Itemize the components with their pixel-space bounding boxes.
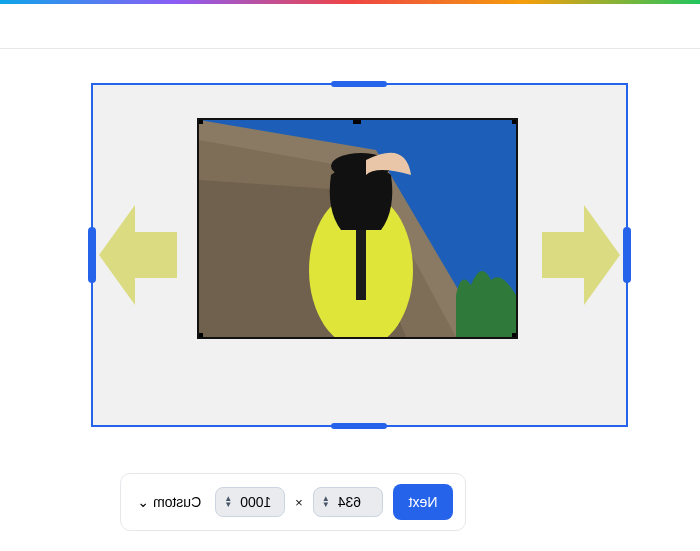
- canvas-handle-bottom[interactable]: [332, 423, 388, 429]
- canvas-handle-top[interactable]: [332, 81, 388, 87]
- height-input[interactable]: [238, 493, 276, 511]
- crop-canvas[interactable]: [91, 83, 628, 427]
- size-preset-dropdown[interactable]: Custom ⌄: [133, 488, 205, 516]
- top-accent-bar: [0, 0, 700, 4]
- app-root: Next ▲ ▼ × ▲ ▼ Custom ⌄: [0, 0, 700, 551]
- chevron-down-icon[interactable]: ▼: [224, 502, 232, 508]
- expand-arrow-left: [540, 205, 620, 305]
- expand-arrow-right: [99, 205, 179, 305]
- image-handle-top[interactable]: [354, 118, 362, 124]
- chevron-down-icon: ⌄: [137, 494, 149, 510]
- image-handle-tr[interactable]: [197, 118, 203, 124]
- image-frame[interactable]: [197, 118, 518, 339]
- image-content: [199, 120, 516, 337]
- chevron-down-icon[interactable]: ▼: [322, 502, 330, 508]
- size-preset-label: Custom: [153, 494, 201, 510]
- height-stepper[interactable]: ▲ ▼: [215, 487, 285, 517]
- width-stepper[interactable]: ▲ ▼: [313, 487, 383, 517]
- next-button[interactable]: Next: [393, 484, 454, 520]
- canvas-handle-left[interactable]: [623, 227, 631, 283]
- dimension-separator: ×: [295, 495, 303, 510]
- image-handle-bl[interactable]: [512, 333, 518, 339]
- image-handle-br[interactable]: [197, 333, 203, 339]
- canvas-handle-right[interactable]: [88, 227, 96, 283]
- width-input[interactable]: [336, 493, 374, 511]
- image-handle-tl[interactable]: [512, 118, 518, 124]
- height-stepper-buttons[interactable]: ▲ ▼: [224, 496, 232, 508]
- header-divider: [0, 48, 700, 49]
- width-stepper-buttons[interactable]: ▲ ▼: [322, 496, 330, 508]
- resize-toolbar: Next ▲ ▼ × ▲ ▼ Custom ⌄: [120, 473, 466, 531]
- svg-rect-6: [356, 230, 366, 300]
